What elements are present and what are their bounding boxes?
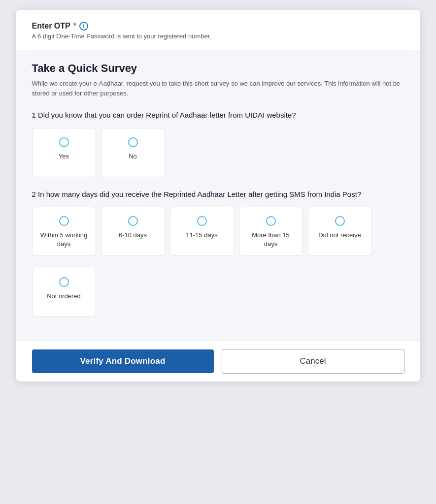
question-1-text: 1 Did you know that you can order Reprin… [32, 110, 404, 121]
radio-q2-within5 [59, 216, 69, 226]
option-q2-within5[interactable]: Within 5 working days [32, 207, 96, 256]
question-1-block: 1 Did you know that you can order Reprin… [32, 110, 404, 177]
option-q2-within5-label: Within 5 working days [38, 231, 90, 249]
option-q2-morethan15[interactable]: More than 15 days [239, 207, 303, 256]
radio-q1-no [128, 137, 138, 147]
verify-download-button[interactable]: Verify And Download [32, 349, 214, 373]
otp-hint: A 6 digit One-Time Password is sent to y… [32, 32, 404, 40]
option-q2-notordered[interactable]: Not ordered [32, 268, 96, 317]
otp-required-marker: * [73, 22, 76, 31]
radio-q2-didnotreceive [335, 216, 345, 226]
option-q2-morethan15-label: More than 15 days [245, 231, 297, 249]
option-q2-didnotreceive-label: Did not receive [318, 231, 361, 240]
question-2-block: 2 In how many days did you receive the R… [32, 189, 404, 256]
modal-container: Enter OTP * i A 6 digit One-Time Passwor… [16, 10, 420, 381]
survey-title: Take a Quick Survey [32, 62, 404, 75]
otp-info-icon[interactable]: i [79, 22, 88, 31]
otp-section: Enter OTP * i A 6 digit One-Time Passwor… [16, 10, 420, 50]
otp-label: Enter OTP * i [32, 22, 404, 31]
radio-q2-11to15 [197, 216, 207, 226]
option-q2-notordered-label: Not ordered [47, 292, 81, 301]
option-q2-6to10[interactable]: 6-10 days [101, 207, 165, 256]
option-q2-6to10-label: 6-10 days [119, 231, 147, 240]
radio-q1-yes [59, 137, 69, 147]
question-2-options-row1: Within 5 working days 6-10 days 11-15 da… [32, 207, 404, 256]
option-q2-11to15[interactable]: 11-15 days [170, 207, 234, 256]
otp-label-text: Enter OTP [32, 22, 70, 31]
option-q2-11to15-label: 11-15 days [186, 231, 217, 240]
question-2-options-row2: Not ordered [32, 268, 404, 317]
question-1-options: Yes No [32, 128, 404, 177]
footer-section: Verify And Download Cancel [16, 341, 420, 381]
survey-description: While we create your e-Aadhaar, request … [32, 79, 404, 98]
question-2-extra-block: Not ordered [32, 268, 404, 317]
option-q1-no[interactable]: No [101, 128, 165, 177]
survey-section: Take a Quick Survey While we create your… [16, 50, 420, 341]
option-q1-yes-label: Yes [59, 152, 69, 161]
cancel-button[interactable]: Cancel [222, 349, 404, 374]
radio-q2-6to10 [128, 216, 138, 226]
radio-q2-notordered [59, 277, 69, 287]
question-2-text: 2 In how many days did you receive the R… [32, 189, 404, 200]
option-q1-yes[interactable]: Yes [32, 128, 96, 177]
option-q2-didnotreceive[interactable]: Did not receive [308, 207, 372, 256]
option-q1-no-label: No [129, 152, 137, 161]
radio-q2-morethan15 [266, 216, 276, 226]
